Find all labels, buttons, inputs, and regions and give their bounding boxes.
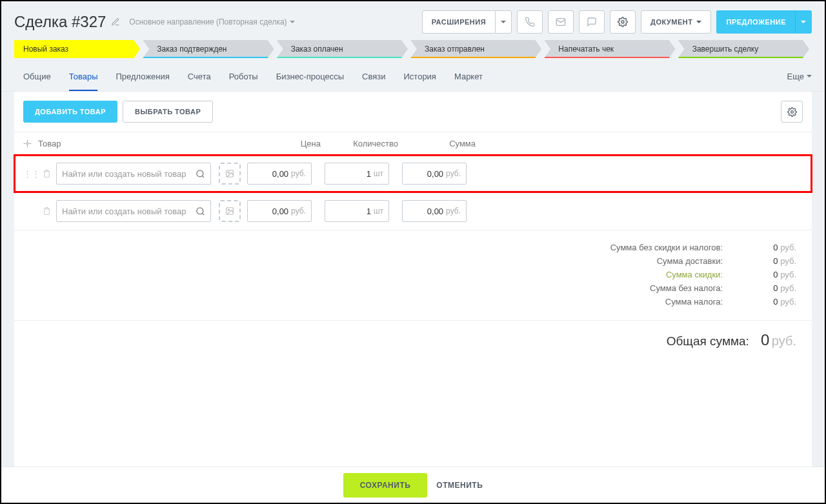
shipping-label: Сумма доставки: [657, 256, 723, 266]
product-row: ⋮⋮ 0,00руб. 1шт 0,00руб. [14, 155, 812, 192]
svg-point-2 [791, 110, 793, 113]
stage-paid[interactable]: Заказ оплачен [277, 40, 408, 58]
tab-history[interactable]: История [395, 63, 445, 90]
call-button[interactable] [517, 10, 543, 34]
add-product-button[interactable]: ДОБАВИТЬ ТОВАР [23, 101, 117, 123]
extensions-dropdown[interactable] [495, 10, 512, 34]
tabs-more[interactable]: Еще [787, 72, 812, 81]
svg-point-4 [197, 170, 203, 176]
pretax-label: Сумма без налога: [650, 283, 723, 293]
deal-title: Сделка #327 [14, 13, 106, 31]
mail-button[interactable] [548, 10, 574, 34]
tab-market[interactable]: Маркет [445, 63, 492, 90]
proposal-dropdown[interactable] [795, 10, 812, 34]
deal-direction[interactable]: Основное направление (Повторная сделка) [129, 17, 287, 26]
tax-label: Сумма налога: [665, 297, 723, 307]
subtotal-label: Сумма без скидки и налогов: [610, 243, 723, 252]
chevron-down-icon[interactable] [290, 21, 295, 24]
search-icon[interactable] [196, 207, 205, 216]
svg-point-1 [621, 21, 624, 23]
settings-button[interactable] [610, 10, 636, 34]
delete-row-icon[interactable] [43, 207, 51, 216]
delete-row-icon[interactable] [43, 169, 51, 178]
product-image-placeholder[interactable] [219, 163, 241, 185]
svg-point-3 [26, 143, 28, 145]
column-settings-icon[interactable] [23, 139, 32, 148]
sum-input[interactable]: 0,00руб. [402, 200, 467, 222]
product-name-input[interactable] [62, 169, 196, 179]
stage-confirmed[interactable]: Заказ подтвержден [143, 40, 274, 58]
document-button[interactable]: ДОКУМЕНТ [641, 10, 711, 34]
chat-button[interactable] [579, 10, 605, 34]
tab-products[interactable]: Товары [60, 63, 107, 90]
stage-receipt[interactable]: Напечатать чек [544, 40, 675, 58]
qty-input[interactable]: 1шт [325, 200, 389, 222]
table-settings-button[interactable] [781, 101, 803, 123]
col-header-product: Товар [35, 139, 216, 148]
drag-handle-icon[interactable]: ⋮⋮ [23, 169, 40, 179]
col-header-sum: Сумма [405, 139, 482, 148]
product-name-input[interactable] [62, 207, 196, 216]
tab-links[interactable]: Связи [353, 63, 394, 90]
product-row: ⋮⋮ 0,00руб. 1шт 0,00руб. [14, 192, 812, 230]
grand-total-label: Общая сумма: [667, 334, 749, 348]
price-input[interactable]: 0,00руб. [247, 163, 312, 185]
qty-input[interactable]: 1шт [325, 163, 389, 185]
svg-point-6 [228, 172, 229, 173]
select-product-button[interactable]: ВЫБРАТЬ ТОВАР [123, 101, 213, 123]
tab-processes[interactable]: Бизнес-процессы [267, 63, 353, 90]
sum-input[interactable]: 0,00руб. [402, 163, 467, 185]
search-icon[interactable] [196, 169, 205, 179]
tab-robots[interactable]: Роботы [220, 63, 267, 90]
cancel-button[interactable]: ОТМЕНИТЬ [436, 481, 483, 490]
save-button[interactable]: СОХРАНИТЬ [343, 473, 428, 498]
tab-general[interactable]: Общие [14, 63, 60, 90]
tab-proposals[interactable]: Предложения [106, 63, 178, 90]
svg-point-7 [197, 207, 203, 214]
col-header-qty: Количество [327, 139, 405, 148]
extensions-button[interactable]: РАСШИРЕНИЯ [422, 10, 495, 34]
stage-shipped[interactable]: Заказ отправлен [410, 40, 541, 58]
col-header-price: Цена [250, 139, 327, 148]
discount-label[interactable]: Сумма скидки: [666, 270, 723, 279]
svg-point-9 [228, 209, 229, 210]
stage-new-order[interactable]: Новый заказ [14, 40, 140, 58]
stage-complete[interactable]: Завершить сделку [678, 40, 809, 58]
product-image-placeholder[interactable] [219, 200, 241, 222]
tab-invoices[interactable]: Счета [179, 63, 220, 90]
edit-title-icon[interactable] [111, 17, 120, 26]
chevron-down-icon [807, 75, 812, 78]
price-input[interactable]: 0,00руб. [247, 200, 312, 222]
proposal-button[interactable]: ПРЕДЛОЖЕНИЕ [716, 10, 795, 34]
